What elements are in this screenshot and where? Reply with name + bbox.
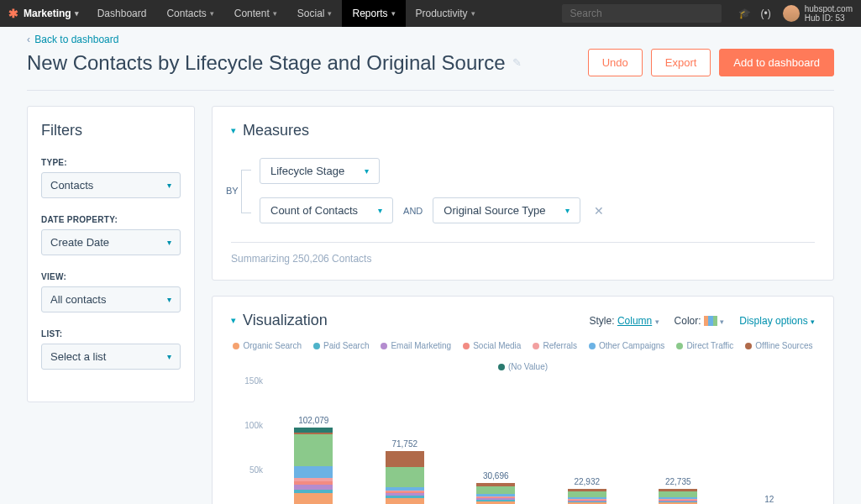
filters-panel: Filters TYPE: Contacts▾ DATE PROPERTY: C…	[27, 106, 195, 402]
chevron-left-icon: ‹	[27, 34, 30, 45]
filter-list-select[interactable]: Select a list▾	[41, 344, 181, 370]
broadcast-icon[interactable]: (•)	[761, 8, 771, 19]
by-label: BY	[226, 184, 239, 197]
chevron-down-icon[interactable]: ▾	[231, 315, 236, 326]
export-button[interactable]: Export	[651, 49, 711, 76]
chevron-down-icon: ▾	[210, 9, 214, 18]
pencil-icon[interactable]: ✎	[512, 56, 522, 69]
chevron-down-icon: ▾	[167, 295, 171, 304]
color-picker[interactable]: Color: ▾	[675, 315, 725, 327]
chevron-down-icon: ▾	[391, 9, 396, 18]
nav-content[interactable]: Content▾	[224, 0, 287, 27]
chevron-down-icon: ▾	[273, 9, 277, 18]
chevron-down-icon: ▾	[565, 206, 570, 215]
filter-type-select[interactable]: Contacts▾	[41, 172, 181, 198]
legend-item[interactable]: Email Marketing	[381, 341, 451, 350]
account-name: hubspot.com	[805, 4, 853, 13]
undo-button[interactable]: Undo	[588, 49, 643, 76]
legend-item[interactable]: Other Campaigns	[589, 341, 664, 350]
nav-reports[interactable]: Reports▾	[342, 0, 405, 27]
top-nav: ✱ Marketing ▾ DashboardContacts▾Content▾…	[0, 0, 861, 27]
bar-group: 12	[724, 495, 816, 504]
bar-group: 22,932	[542, 477, 633, 504]
chart-legend: Organic SearchPaid SearchEmail Marketing…	[231, 341, 815, 371]
filter-date-label: DATE PROPERTY:	[41, 215, 181, 224]
nav-productivity[interactable]: Productivity▾	[406, 0, 486, 27]
filter-list-label: LIST:	[41, 329, 181, 339]
account-menu[interactable]: hubspot.com Hub ID: 53	[805, 4, 853, 23]
style-picker[interactable]: Style: Column ▾	[590, 315, 659, 327]
filters-title: Filters	[41, 122, 181, 139]
chevron-down-icon: ▾	[378, 206, 382, 215]
legend-item[interactable]: Referrals	[533, 341, 577, 350]
nav-dashboard[interactable]: Dashboard	[87, 0, 157, 27]
account-sub: Hub ID: 53	[805, 13, 853, 23]
bar-group: 102,079	[268, 416, 360, 504]
chevron-down-icon: ▾	[75, 9, 79, 18]
nav-social[interactable]: Social▾	[287, 0, 343, 27]
chevron-down-icon[interactable]: ▾	[231, 125, 236, 136]
visualization-panel: ▾ Visualization Style: Column ▾ Color: ▾…	[212, 296, 834, 504]
search-input[interactable]	[562, 4, 722, 23]
viz-title: Visualization	[243, 312, 328, 329]
color-swatch-icon	[704, 316, 717, 326]
filter-view-label: VIEW:	[41, 272, 181, 281]
chart: 150k100k50k0k 102,07971,75230,69622,9322…	[231, 376, 815, 504]
bar-group: 22,735	[633, 477, 724, 504]
chevron-down-icon: ▾	[167, 238, 171, 247]
bar-group: 71,752	[360, 439, 451, 504]
sprocket-icon: ✱	[8, 7, 18, 20]
academy-icon[interactable]: 🎓	[738, 8, 751, 19]
brand-label: Marketing	[24, 8, 71, 19]
legend-item[interactable]: Direct Traffic	[676, 341, 733, 350]
chevron-down-icon: ▾	[328, 9, 332, 18]
avatar[interactable]	[783, 5, 800, 22]
chevron-down-icon: ▾	[471, 9, 475, 18]
remove-icon[interactable]: ✕	[594, 204, 604, 218]
measure-count-select[interactable]: Count of Contacts▾	[260, 197, 393, 223]
measure-source-select[interactable]: Original Source Type▾	[433, 197, 580, 223]
nav-contacts[interactable]: Contacts▾	[156, 0, 223, 27]
bar-group: 30,696	[450, 471, 542, 504]
brand[interactable]: ✱ Marketing ▾	[0, 7, 87, 20]
legend-item[interactable]: Organic Search	[233, 341, 301, 350]
filter-view-select[interactable]: All contacts▾	[41, 286, 181, 312]
page-title: New Contacts by Lifecycle Stage and Orig…	[27, 51, 506, 75]
chevron-down-icon: ▾	[167, 352, 171, 361]
display-options[interactable]: Display options ▾	[739, 315, 815, 327]
measures-title: Measures	[243, 122, 309, 139]
measures-summary: Summarizing 250,206 Contacts	[231, 242, 815, 265]
measures-panel: ▾ Measures BY Lifecycle Stage▾ Count of …	[212, 106, 834, 281]
legend-item[interactable]: Offline Sources	[745, 341, 812, 350]
chevron-down-icon: ▾	[365, 166, 369, 176]
legend-item[interactable]: Paid Search	[313, 341, 369, 350]
breadcrumb-back: Back to dashboard	[34, 34, 118, 45]
filter-date-select[interactable]: Create Date▾	[41, 229, 181, 255]
and-label: AND	[403, 206, 423, 216]
chevron-down-icon: ▾	[167, 181, 171, 190]
breadcrumb[interactable]: ‹ Back to dashboard	[27, 34, 834, 45]
measure-lifecycle-select[interactable]: Lifecycle Stage▾	[260, 158, 380, 184]
add-to-dashboard-button[interactable]: Add to dashboard	[719, 49, 834, 76]
legend-item[interactable]: Social Media	[463, 341, 521, 350]
legend-item[interactable]: (No Value)	[498, 362, 548, 371]
filter-type-label: TYPE:	[41, 158, 181, 167]
